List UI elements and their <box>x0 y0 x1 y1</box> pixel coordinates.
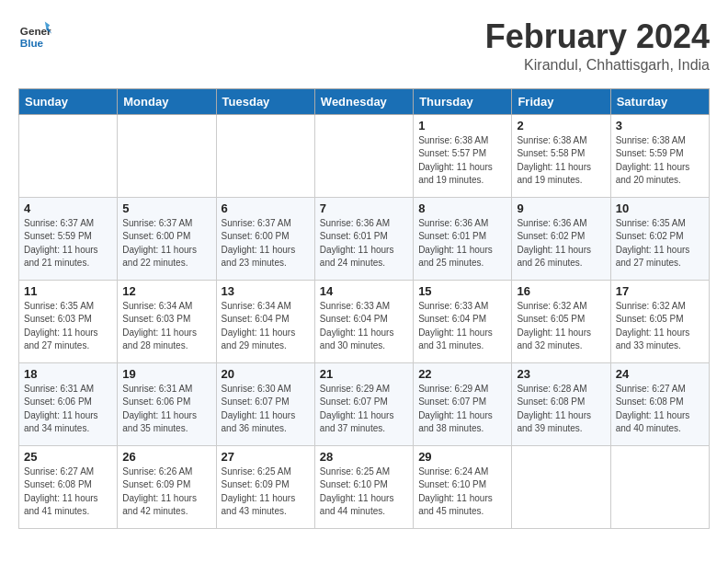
weekday-header-monday: Monday <box>118 88 216 114</box>
day-info: Sunrise: 6:31 AMSunset: 6:06 PMDaylight:… <box>24 383 112 436</box>
day-number: 24 <box>616 367 704 381</box>
calendar-cell: 17Sunrise: 6:32 AMSunset: 6:05 PMDayligh… <box>610 280 709 362</box>
calendar-cell: 14Sunrise: 6:33 AMSunset: 6:04 PMDayligh… <box>314 280 413 362</box>
day-number: 18 <box>24 367 112 381</box>
month-title: February 2024 <box>485 18 710 55</box>
day-number: 3 <box>616 119 704 132</box>
header: General Blue February 2024 Kirandul, Chh… <box>18 18 710 74</box>
day-info: Sunrise: 6:33 AMSunset: 6:04 PMDaylight:… <box>418 300 506 353</box>
day-number: 5 <box>122 201 210 215</box>
day-number: 2 <box>517 119 605 132</box>
day-info: Sunrise: 6:36 AMSunset: 6:01 PMDaylight:… <box>418 217 506 270</box>
day-number: 6 <box>222 201 310 215</box>
day-info: Sunrise: 6:38 AMSunset: 5:58 PMDaylight:… <box>517 134 605 188</box>
calendar-cell: 29Sunrise: 6:24 AMSunset: 6:10 PMDayligh… <box>414 445 512 528</box>
weekday-header-sunday: Sunday <box>19 88 118 114</box>
calendar-cell: 4Sunrise: 6:37 AMSunset: 5:59 PMDaylight… <box>19 197 118 280</box>
calendar-cell: 2Sunrise: 6:38 AMSunset: 5:58 PMDaylight… <box>512 114 610 197</box>
calendar-cell: 19Sunrise: 6:31 AMSunset: 6:06 PMDayligh… <box>118 362 216 445</box>
calendar-cell: 26Sunrise: 6:26 AMSunset: 6:09 PMDayligh… <box>118 445 216 528</box>
day-info: Sunrise: 6:33 AMSunset: 6:04 PMDaylight:… <box>320 300 408 353</box>
day-number: 12 <box>122 284 210 298</box>
logo: General Blue <box>18 18 51 52</box>
weekday-header-wednesday: Wednesday <box>314 88 413 114</box>
calendar-cell: 21Sunrise: 6:29 AMSunset: 6:07 PMDayligh… <box>314 362 413 445</box>
svg-text:Blue: Blue <box>20 37 44 49</box>
calendar-cell: 23Sunrise: 6:28 AMSunset: 6:08 PMDayligh… <box>512 362 610 445</box>
day-number: 9 <box>517 201 605 215</box>
calendar-cell: 11Sunrise: 6:35 AMSunset: 6:03 PMDayligh… <box>19 280 118 362</box>
calendar-cell: 28Sunrise: 6:25 AMSunset: 6:10 PMDayligh… <box>314 445 413 528</box>
calendar-week-row: 11Sunrise: 6:35 AMSunset: 6:03 PMDayligh… <box>19 280 710 362</box>
calendar-cell <box>314 114 413 197</box>
day-number: 10 <box>616 201 704 215</box>
weekday-header-friday: Friday <box>512 88 610 114</box>
weekday-header-thursday: Thursday <box>414 88 512 114</box>
day-info: Sunrise: 6:25 AMSunset: 6:10 PMDaylight:… <box>320 465 408 519</box>
calendar-cell: 5Sunrise: 6:37 AMSunset: 6:00 PMDaylight… <box>118 197 216 280</box>
day-number: 29 <box>418 450 506 464</box>
day-number: 14 <box>320 284 408 298</box>
day-number: 15 <box>418 284 506 298</box>
calendar-table: SundayMondayTuesdayWednesdayThursdayFrid… <box>18 88 710 529</box>
calendar-cell: 16Sunrise: 6:32 AMSunset: 6:05 PMDayligh… <box>512 280 610 362</box>
calendar-cell: 1Sunrise: 6:38 AMSunset: 5:57 PMDaylight… <box>414 114 512 197</box>
calendar-cell: 6Sunrise: 6:37 AMSunset: 6:00 PMDaylight… <box>216 197 314 280</box>
calendar-week-row: 18Sunrise: 6:31 AMSunset: 6:06 PMDayligh… <box>19 362 710 445</box>
day-info: Sunrise: 6:25 AMSunset: 6:09 PMDaylight:… <box>222 465 310 519</box>
calendar-week-row: 25Sunrise: 6:27 AMSunset: 6:08 PMDayligh… <box>19 445 710 528</box>
day-number: 7 <box>320 201 408 215</box>
calendar-cell <box>118 114 216 197</box>
day-info: Sunrise: 6:37 AMSunset: 6:00 PMDaylight:… <box>122 217 210 270</box>
day-number: 23 <box>517 367 605 381</box>
calendar-cell: 27Sunrise: 6:25 AMSunset: 6:09 PMDayligh… <box>216 445 314 528</box>
calendar-week-row: 1Sunrise: 6:38 AMSunset: 5:57 PMDaylight… <box>19 114 710 197</box>
calendar-cell: 8Sunrise: 6:36 AMSunset: 6:01 PMDaylight… <box>414 197 512 280</box>
day-number: 1 <box>418 119 506 132</box>
calendar-cell: 9Sunrise: 6:36 AMSunset: 6:02 PMDaylight… <box>512 197 610 280</box>
calendar-cell: 25Sunrise: 6:27 AMSunset: 6:08 PMDayligh… <box>19 445 118 528</box>
day-info: Sunrise: 6:27 AMSunset: 6:08 PMDaylight:… <box>616 383 704 436</box>
day-info: Sunrise: 6:34 AMSunset: 6:04 PMDaylight:… <box>222 300 310 353</box>
day-number: 11 <box>24 284 112 298</box>
calendar-cell <box>512 445 610 528</box>
day-number: 17 <box>616 284 704 298</box>
day-info: Sunrise: 6:31 AMSunset: 6:06 PMDaylight:… <box>122 383 210 436</box>
day-info: Sunrise: 6:35 AMSunset: 6:02 PMDaylight:… <box>616 217 704 270</box>
day-number: 27 <box>222 450 310 464</box>
day-info: Sunrise: 6:30 AMSunset: 6:07 PMDaylight:… <box>222 383 310 436</box>
calendar-cell: 13Sunrise: 6:34 AMSunset: 6:04 PMDayligh… <box>216 280 314 362</box>
location-title: Kirandul, Chhattisgarh, India <box>485 57 710 74</box>
calendar-cell: 3Sunrise: 6:38 AMSunset: 5:59 PMDaylight… <box>610 114 709 197</box>
calendar-cell: 7Sunrise: 6:36 AMSunset: 6:01 PMDaylight… <box>314 197 413 280</box>
day-number: 25 <box>24 450 112 464</box>
day-number: 22 <box>418 367 506 381</box>
logo-icon: General Blue <box>18 18 51 52</box>
weekday-header-tuesday: Tuesday <box>216 88 314 114</box>
day-info: Sunrise: 6:35 AMSunset: 6:03 PMDaylight:… <box>24 300 112 353</box>
day-number: 28 <box>320 450 408 464</box>
day-number: 8 <box>418 201 506 215</box>
day-number: 21 <box>320 367 408 381</box>
day-info: Sunrise: 6:36 AMSunset: 6:01 PMDaylight:… <box>320 217 408 270</box>
day-info: Sunrise: 6:34 AMSunset: 6:03 PMDaylight:… <box>122 300 210 353</box>
day-info: Sunrise: 6:37 AMSunset: 5:59 PMDaylight:… <box>24 217 112 270</box>
day-number: 20 <box>222 367 310 381</box>
day-info: Sunrise: 6:29 AMSunset: 6:07 PMDaylight:… <box>320 383 408 436</box>
calendar-cell: 15Sunrise: 6:33 AMSunset: 6:04 PMDayligh… <box>414 280 512 362</box>
day-info: Sunrise: 6:24 AMSunset: 6:10 PMDaylight:… <box>418 465 506 519</box>
day-info: Sunrise: 6:32 AMSunset: 6:05 PMDaylight:… <box>517 300 605 353</box>
day-info: Sunrise: 6:32 AMSunset: 6:05 PMDaylight:… <box>616 300 704 353</box>
title-block: February 2024 Kirandul, Chhattisgarh, In… <box>485 18 710 74</box>
calendar-cell: 10Sunrise: 6:35 AMSunset: 6:02 PMDayligh… <box>610 197 709 280</box>
weekday-header-saturday: Saturday <box>610 88 709 114</box>
weekday-header-row: SundayMondayTuesdayWednesdayThursdayFrid… <box>19 88 710 114</box>
day-number: 26 <box>122 450 210 464</box>
calendar-cell <box>216 114 314 197</box>
calendar-cell: 12Sunrise: 6:34 AMSunset: 6:03 PMDayligh… <box>118 280 216 362</box>
day-info: Sunrise: 6:27 AMSunset: 6:08 PMDaylight:… <box>24 465 112 519</box>
day-info: Sunrise: 6:28 AMSunset: 6:08 PMDaylight:… <box>517 383 605 436</box>
day-number: 19 <box>122 367 210 381</box>
calendar-cell: 20Sunrise: 6:30 AMSunset: 6:07 PMDayligh… <box>216 362 314 445</box>
day-number: 13 <box>222 284 310 298</box>
